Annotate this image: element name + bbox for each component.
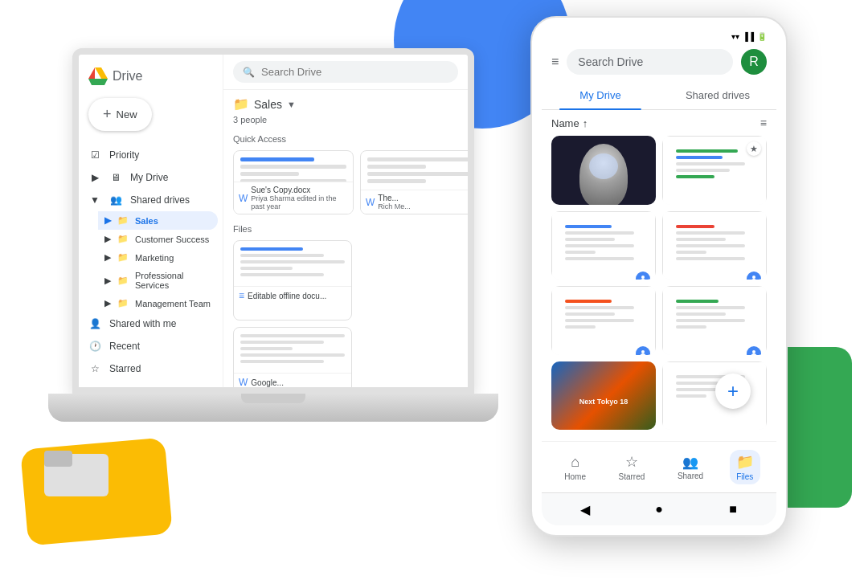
- svg-marker-3: [95, 67, 108, 79]
- phone-fab-button[interactable]: +: [715, 374, 751, 409]
- qcard1-title: Sue's Copy.docx: [251, 186, 348, 194]
- quick-access-label: Quick Access: [223, 131, 468, 147]
- svg-point-7: [641, 350, 645, 353]
- mgmt-label: Management Team: [135, 299, 211, 308]
- fcard1-icon: ≡: [239, 290, 244, 301]
- sidebar-shareddrives-label: Shared drives: [130, 194, 190, 206]
- phone-avatar[interactable]: R: [741, 49, 767, 75]
- tab-my-drive[interactable]: My Drive: [542, 81, 659, 109]
- gantt-star-badge: ★: [747, 141, 761, 156]
- sidebar-priority-label: Priority: [109, 149, 139, 161]
- back-icon: ◀: [580, 502, 590, 517]
- grid-view-icon[interactable]: ≡: [760, 116, 767, 129]
- sidebar-starred-label: Starred: [109, 363, 141, 374]
- files-grid: ≡ Editable offline docu...: [223, 237, 468, 387]
- home-nav-label: Home: [564, 472, 586, 481]
- back-button[interactable]: ◀: [575, 500, 595, 519]
- phone-mockup: ▾▾ ▐▐ 🔋 ≡ Search Drive R My Drive: [530, 16, 788, 537]
- sales-dropdown-icon: ▼: [287, 100, 296, 109]
- home-nav-icon: ⌂: [571, 454, 579, 471]
- phone-bottom-bar: ◀ ● ■: [542, 492, 776, 525]
- file-card-task-details[interactable]: W Task details ⋮: [551, 211, 656, 280]
- tokyo-thumb: Next Tokyo 18: [551, 361, 656, 431]
- new-button-label: New: [117, 108, 137, 120]
- qcard1-icon: W: [239, 193, 248, 204]
- sidebar-item-priority[interactable]: ☑ Priority: [79, 144, 218, 166]
- ps-folder-icon: 📁: [117, 276, 129, 286]
- file-card-work-list[interactable]: X Work List_01 ⋮: [662, 286, 767, 355]
- qcard2-icon: W: [366, 197, 375, 208]
- sales-members: 3 people: [223, 115, 468, 131]
- sales-label: Sales: [135, 216, 158, 226]
- worklist-thumb: [662, 286, 767, 355]
- sidebar-mydrive-label: My Drive: [130, 172, 168, 183]
- tab-shared-drives[interactable]: Shared drives: [659, 81, 776, 109]
- file-card-my-document[interactable]: P My Document ⋮: [551, 286, 656, 355]
- phone-sort-control[interactable]: Name ↑: [551, 117, 588, 129]
- task-shared-badge: [636, 272, 650, 280]
- files-nav-label: Files: [736, 472, 753, 481]
- file-card-next-tokyo[interactable]: Next Tokyo 18 🖼 Next Tokyo 18 ⋮: [551, 361, 656, 431]
- file-card-astronaut[interactable]: 🖼 astronaut.jpg ⋮: [551, 136, 656, 205]
- hamburger-menu-icon[interactable]: ≡: [551, 55, 559, 69]
- nav-item-files[interactable]: 📁 Files: [730, 450, 760, 484]
- sidebar-item-starred[interactable]: ☆ Starred: [79, 357, 218, 380]
- sidebar-subitem-management[interactable]: ▶ 📁 Management Team: [98, 294, 218, 312]
- trash-icon: 🗑: [88, 385, 101, 394]
- phone-screen: ▾▾ ▐▐ 🔋 ≡ Search Drive R My Drive: [542, 27, 776, 525]
- sidebar-subitem-marketing[interactable]: ▶ 📁 Marketing: [98, 248, 218, 267]
- mydrive-icon: 🖥: [109, 171, 122, 184]
- phone-navbar: ⌂ Home ☆ Starred 👥 Shared 📁 Files: [542, 441, 776, 492]
- sidebar-item-shareddrives[interactable]: ▼ 👥 Shared drives: [79, 189, 218, 211]
- sales-chevron: ▶: [104, 215, 111, 226]
- file-card-1[interactable]: ≡ Editable offline docu...: [233, 240, 352, 321]
- new-button[interactable]: + New: [88, 98, 152, 131]
- signal-icon: ▐▐: [743, 32, 754, 41]
- desktop-search-input[interactable]: [261, 66, 448, 78]
- wifi-icon: ▾▾: [731, 32, 739, 41]
- sidebar-item-trash[interactable]: 🗑 Trash: [79, 380, 218, 394]
- recent-icon: 🕐: [88, 340, 101, 353]
- quick-card-1[interactable]: W Sue's Copy.docx Priya Sharma edited in…: [233, 150, 354, 214]
- mydoc-shared-badge: [636, 346, 650, 355]
- laptop-notch: [241, 394, 305, 403]
- laptop-base: [48, 394, 498, 422]
- fcard2-title: Google...: [251, 378, 284, 387]
- files-label: Files: [223, 221, 468, 237]
- file-card-gantt[interactable]: ★ ⊞ Gantt chart ⋮: [662, 136, 767, 205]
- drive-logo-icon: [88, 67, 108, 85]
- sidebar-item-recent[interactable]: 🕐 Recent: [79, 335, 218, 357]
- sales-folder-icon: 📁: [117, 215, 129, 226]
- quick-card-2[interactable]: W The... Rich Me...: [360, 150, 468, 214]
- sidebar-subitem-customer-success[interactable]: ▶ 📁 Customer Success: [98, 230, 218, 248]
- desktop-search-box[interactable]: 🔍: [233, 61, 458, 83]
- sidebar-item-sharedwithme[interactable]: 👤 Shared with me: [79, 312, 218, 335]
- sales-header: 📁 Sales ▼: [223, 90, 468, 115]
- home-icon: ●: [655, 502, 663, 517]
- phone-search-box[interactable]: Search Drive: [567, 49, 733, 75]
- file-card-2[interactable]: W Google...: [233, 327, 352, 387]
- nav-item-home[interactable]: ⌂ Home: [558, 451, 592, 484]
- sidebar-item-mydrive[interactable]: ▶ 🖥 My Drive: [79, 166, 218, 189]
- astronaut-figure: [579, 144, 628, 205]
- sales-folder-icon-header: 📁: [233, 96, 249, 112]
- sidebar-recent-label: Recent: [109, 341, 140, 352]
- home-button[interactable]: ●: [649, 500, 669, 519]
- sidebar-subitem-professional[interactable]: ▶ 📁 Professional Services: [98, 267, 218, 294]
- file-card-empty[interactable]: 📄: [662, 361, 767, 431]
- sidebar-subitem-sales[interactable]: ▶ 📁 Sales: [98, 211, 218, 230]
- my-drive-tab-label: My Drive: [579, 89, 620, 101]
- task-thumb: [551, 211, 656, 280]
- laptop-mockup: Drive + New ☑ Priority ▶ 🖥 My Drive: [48, 48, 498, 498]
- recents-button[interactable]: ■: [723, 500, 743, 519]
- nav-item-shared[interactable]: 👥 Shared: [671, 451, 710, 484]
- fcard1-title: Editable offline docu...: [248, 292, 326, 300]
- qcard2-subtitle: Rich Me...: [378, 202, 411, 210]
- phone-shell: ▾▾ ▐▐ 🔋 ≡ Search Drive R My Drive: [530, 16, 788, 537]
- mkt-chevron: ▶: [104, 252, 111, 263]
- file-card-major-opportu[interactable]: PDF Major opportu... ⋮: [662, 211, 767, 280]
- fcard2-icon: W: [239, 377, 248, 387]
- shareddrives-chevron: ▼: [88, 194, 101, 206]
- nav-item-starred[interactable]: ☆ Starred: [612, 450, 652, 484]
- mkt-label: Marketing: [135, 253, 174, 263]
